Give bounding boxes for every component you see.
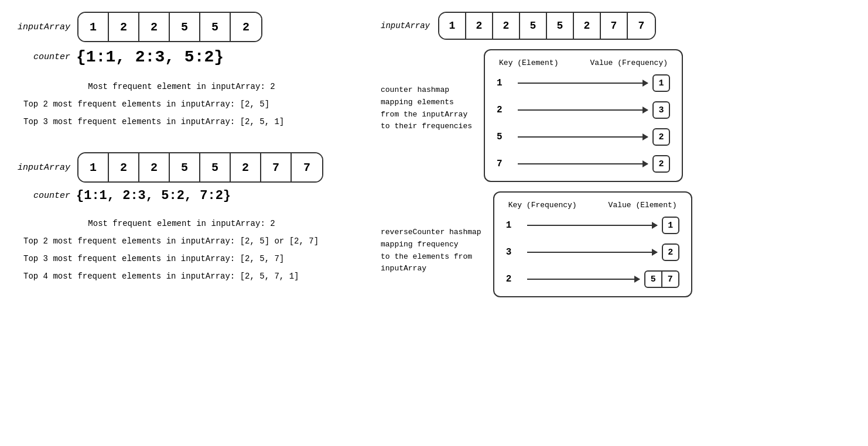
- array-cell: 7: [292, 153, 322, 181]
- counter-hashmap-description: counter hashmapmapping elementsfrom the …: [381, 49, 472, 133]
- reverse-hashmap-row-2: 2 5 7: [506, 270, 679, 288]
- section2-counter-value: {1:1, 2:3, 5:2, 7:2}: [76, 188, 231, 203]
- right-array-cell: 5: [520, 13, 547, 39]
- right-array-cell: 2: [493, 13, 520, 39]
- array-cell: 5: [170, 13, 200, 41]
- section1-counter-row: counter {1:1, 2:3, 5:2}: [18, 48, 346, 66]
- reverse-hashmap-value-2b: 7: [662, 270, 679, 288]
- array-cell: 2: [139, 153, 170, 181]
- reverse-hashmap-key-3: 3: [506, 247, 522, 258]
- hashmap-arrow-1: [513, 83, 652, 84]
- hashmap-row-1: 1 1: [497, 74, 670, 92]
- reverse-hashmap-arrow-2: [522, 279, 644, 280]
- reverse-hashmap-row-1: 1 1: [506, 217, 679, 234]
- section2-most-frequent: Most frequent element in inputArray: 2: [18, 217, 346, 231]
- array-cell: 2: [109, 13, 139, 41]
- hashmap-key-5: 5: [497, 132, 513, 142]
- right-array-cells: 1 2 2 5 5 2 7 7: [438, 12, 656, 40]
- reverse-hashmap-key-1: 1: [506, 220, 522, 231]
- section2-array-label: inputArray: [18, 163, 70, 173]
- section2-counter-row: counter {1:1, 2:3, 5:2, 7:2}: [18, 188, 346, 203]
- reverse-hashmap-arrow-1: [522, 225, 662, 226]
- main-container: inputArray 1 2 2 5 5 2 counter {1:1, 2:3…: [0, 0, 868, 446]
- counter-hashmap-table: Key (Element) Value (Frequency) 1 1 2 3: [484, 49, 683, 182]
- right-array-cell: 2: [574, 13, 601, 39]
- section1-most-frequent: Most frequent element in inputArray: 2: [18, 80, 346, 94]
- right-array-cell: 7: [601, 13, 628, 39]
- array-cell: 7: [261, 153, 292, 181]
- section1-array-label: inputArray: [18, 22, 70, 32]
- hashmap-arrow-5: [513, 136, 652, 138]
- section2-counter-label: counter: [18, 191, 70, 201]
- right-array-cell: 5: [547, 13, 574, 39]
- left-panel: inputArray 1 2 2 5 5 2 counter {1:1, 2:3…: [18, 12, 346, 434]
- hashmap-key-2: 2: [497, 105, 513, 115]
- array-cell: 2: [231, 153, 261, 181]
- right-panel: inputArray 1 2 2 5 5 2 7 7 counter hashm…: [346, 12, 850, 434]
- reverse-hashmap-value-group-2: 5 7: [644, 270, 679, 288]
- section1-top3: Top 3 most frequent elements in inputArr…: [23, 115, 346, 129]
- hashmap-row-5: 5 2: [497, 128, 670, 146]
- right-array-row: inputArray 1 2 2 5 5 2 7 7: [381, 12, 850, 40]
- hashmap-value-1: 1: [652, 74, 670, 92]
- section2-top4: Top 4 most frequent elements in inputArr…: [23, 270, 346, 284]
- hashmap-arrow-2: [513, 109, 652, 111]
- reverse-hashmap-value-3: 2: [662, 243, 679, 261]
- array-cell: 2: [139, 13, 170, 41]
- counter-hashmap-header: Key (Element) Value (Frequency): [497, 59, 670, 67]
- array-cell: 1: [78, 153, 109, 181]
- array-cell: 5: [200, 13, 231, 41]
- reverse-hashmap-value-2a: 5: [644, 270, 662, 288]
- hashmap-value-2: 3: [652, 101, 670, 119]
- hashmap-row-2: 2 3: [497, 101, 670, 119]
- counter-hashmap-section: counter hashmapmapping elementsfrom the …: [381, 49, 850, 182]
- right-array-cell: 7: [628, 13, 655, 39]
- array-cell: 5: [200, 153, 231, 181]
- reverse-hashmap-arrow-3: [522, 252, 662, 253]
- array-cell: 5: [170, 153, 200, 181]
- right-array-cell: 2: [466, 13, 493, 39]
- reverse-counter-hashmap-header: Key (Frequency) Value (Element): [506, 201, 679, 210]
- hashmap-row-7: 7 2: [497, 155, 670, 173]
- section1-array-cells: 1 2 2 5 5 2: [77, 12, 262, 42]
- reverse-counter-hashmap-table: Key (Frequency) Value (Element) 1 1 3 2: [493, 191, 692, 297]
- array-cell: 2: [231, 13, 261, 41]
- reverse-counter-value-header: Value (Element): [609, 201, 677, 210]
- reverse-counter-hashmap-description: reverseCounter hashmapmapping frequencyt…: [381, 191, 481, 275]
- hashmap-value-5: 2: [652, 128, 670, 146]
- array-cell: 1: [78, 13, 109, 41]
- right-array-label: inputArray: [381, 21, 430, 30]
- counter-hashmap-key-header: Key (Element): [499, 59, 558, 67]
- right-array-cell: 1: [439, 13, 466, 39]
- section2-array-row: inputArray 1 2 2 5 5 2 7 7: [18, 152, 346, 183]
- section2-array-cells: 1 2 2 5 5 2 7 7: [77, 152, 323, 183]
- section1-top2: Top 2 most frequent elements in inputArr…: [23, 98, 346, 112]
- section2-top2: Top 2 most frequent elements in inputArr…: [23, 235, 346, 249]
- section1-counter-label: counter: [18, 52, 70, 62]
- section1-counter-value: {1:1, 2:3, 5:2}: [76, 48, 224, 66]
- reverse-hashmap-value-1: 1: [662, 217, 679, 234]
- reverse-counter-hashmap-section: reverseCounter hashmapmapping frequencyt…: [381, 191, 850, 297]
- hashmap-value-7: 2: [652, 155, 670, 173]
- counter-hashmap-value-header: Value (Frequency): [590, 59, 668, 67]
- reverse-hashmap-row-3: 3 2: [506, 243, 679, 261]
- reverse-hashmap-key-2: 2: [506, 274, 522, 284]
- section2-top3: Top 3 most frequent elements in inputArr…: [23, 252, 346, 266]
- section1-array-row: inputArray 1 2 2 5 5 2: [18, 12, 346, 42]
- array-cell: 2: [109, 153, 139, 181]
- reverse-counter-key-header: Key (Frequency): [508, 201, 577, 210]
- hashmap-arrow-7: [513, 163, 652, 164]
- hashmap-key-7: 7: [497, 159, 513, 169]
- hashmap-key-1: 1: [497, 78, 513, 88]
